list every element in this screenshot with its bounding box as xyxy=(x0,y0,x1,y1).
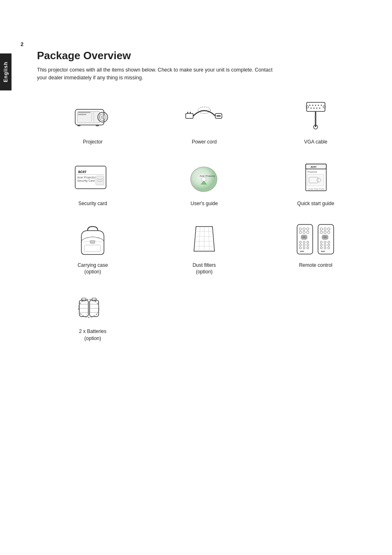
svg-text:Acer Projector: Acer Projector xyxy=(200,175,215,177)
svg-text:Projector: Projector xyxy=(307,171,317,173)
svg-rect-10 xyxy=(96,125,99,126)
security-card-image: acer Acer Projector Security Card xyxy=(72,160,113,197)
svg-point-24 xyxy=(313,107,314,109)
svg-text:Acer Projector: Acer Projector xyxy=(77,176,96,179)
quick-start-guide-label: Quick start guide xyxy=(297,200,334,207)
svg-rect-94 xyxy=(322,236,323,239)
svg-rect-17 xyxy=(307,102,325,111)
security-card-label: Security card xyxy=(78,200,107,207)
svg-point-19 xyxy=(312,104,313,106)
quick-start-guide-image: acer Projector Quick Start Guide xyxy=(295,160,336,197)
empty-cell-2 xyxy=(260,284,371,346)
item-users-guide: Acer Projector User's guide xyxy=(148,156,260,213)
dust-filters-label: Dust filters (option) xyxy=(193,262,216,276)
projector-image xyxy=(72,98,113,135)
svg-point-20 xyxy=(315,104,316,106)
svg-rect-35 xyxy=(76,174,104,175)
carrying-case-image xyxy=(72,222,113,259)
item-carrying-case: Carrying case (option) xyxy=(37,217,148,280)
svg-rect-5 xyxy=(78,112,90,113)
language-tab: English xyxy=(0,53,12,90)
vga-cable-label: VGA cable xyxy=(304,139,327,146)
svg-rect-95 xyxy=(327,236,328,239)
remote-control-image: acer xyxy=(295,222,336,259)
carrying-case-label: Carrying case (option) xyxy=(78,262,108,276)
svg-point-22 xyxy=(321,104,322,106)
empty-cell-1 xyxy=(148,284,260,346)
page-number: 2 xyxy=(21,41,23,47)
svg-text:acer: acer xyxy=(78,169,87,174)
item-batteries: 2 x Batteries (option) xyxy=(37,284,148,346)
svg-point-18 xyxy=(309,104,310,106)
svg-point-21 xyxy=(318,104,319,106)
svg-rect-11 xyxy=(186,113,193,118)
item-dust-filters: Dust filters (option) xyxy=(148,217,260,280)
svg-point-25 xyxy=(316,107,317,109)
svg-point-23 xyxy=(310,107,311,109)
item-quick-start-guide: acer Projector Quick Start Guide Quick s… xyxy=(260,156,371,213)
svg-rect-72 xyxy=(301,236,302,239)
svg-text:Quick Start Guide: Quick Start Guide xyxy=(308,188,325,190)
item-projector: Projector xyxy=(37,94,148,152)
svg-rect-6 xyxy=(78,114,86,115)
batteries-label: 2 x Batteries (option) xyxy=(79,328,106,342)
projector-label: Projector xyxy=(83,139,103,146)
page-description: This projector comes with all the items … xyxy=(37,66,284,82)
svg-point-4 xyxy=(101,116,104,119)
svg-rect-74 xyxy=(302,236,306,238)
svg-point-26 xyxy=(319,107,320,109)
svg-rect-73 xyxy=(306,236,307,239)
svg-rect-55 xyxy=(90,240,95,243)
item-vga-cable: VGA cable xyxy=(260,94,371,152)
item-power-cord: Power cord xyxy=(148,94,260,152)
svg-rect-96 xyxy=(323,236,327,238)
item-security-card: acer Acer Projector Security Card Securi… xyxy=(37,156,148,213)
batteries-image xyxy=(72,288,113,325)
power-cord-image xyxy=(184,98,225,135)
users-guide-label: User's guide xyxy=(191,200,218,207)
users-guide-image: Acer Projector xyxy=(184,160,225,197)
svg-rect-15 xyxy=(217,115,221,117)
page-title: Package Overview xyxy=(37,49,371,62)
svg-rect-49 xyxy=(307,174,324,186)
svg-text:acer: acer xyxy=(321,250,325,252)
svg-rect-9 xyxy=(77,125,81,126)
svg-rect-1 xyxy=(77,111,100,123)
svg-text:acer: acer xyxy=(300,250,304,252)
dust-filters-image xyxy=(184,222,225,259)
power-cord-label: Power cord xyxy=(192,139,217,146)
item-remote-control: acer xyxy=(260,217,371,280)
remote-control-label: Remote control xyxy=(299,262,332,269)
vga-cable-image xyxy=(295,98,336,135)
svg-text:Security Card: Security Card xyxy=(77,179,95,183)
svg-text:acer: acer xyxy=(311,165,317,168)
items-grid: Projector Power cord xyxy=(37,94,371,346)
